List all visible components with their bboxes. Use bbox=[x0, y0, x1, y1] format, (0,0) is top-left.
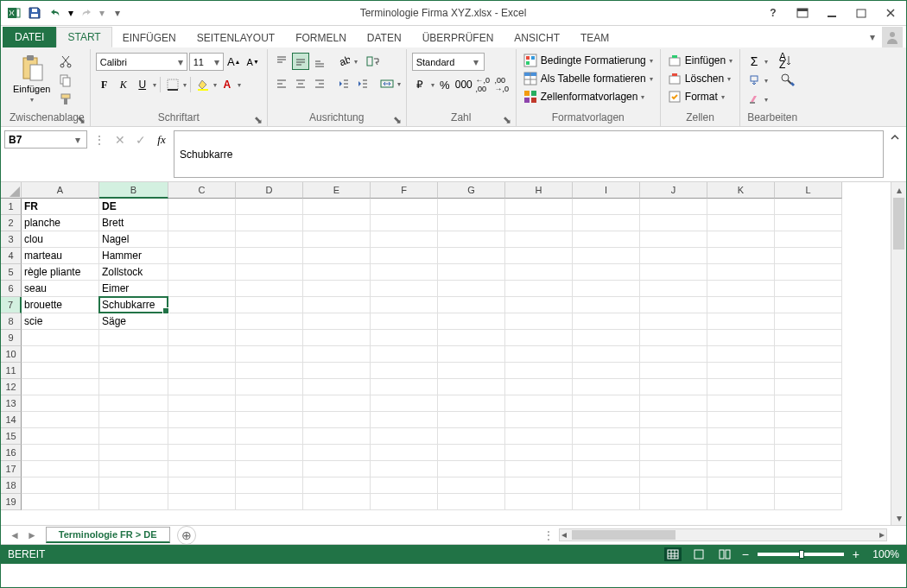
chevron-down-icon[interactable]: ▾ bbox=[764, 96, 768, 104]
cell[interactable] bbox=[438, 248, 505, 264]
align-top-icon[interactable] bbox=[273, 53, 290, 70]
cell[interactable] bbox=[640, 445, 707, 461]
cell[interactable] bbox=[438, 494, 505, 510]
cell[interactable] bbox=[775, 363, 842, 379]
format-as-table-button[interactable]: Als Tabelle formatieren▾ bbox=[522, 71, 655, 86]
column-header[interactable]: I bbox=[573, 182, 640, 199]
tab-datei[interactable]: DATEI bbox=[3, 27, 56, 47]
cell[interactable] bbox=[168, 461, 236, 477]
insert-cells-button[interactable]: Einfügen▾ bbox=[666, 53, 734, 68]
cell[interactable] bbox=[438, 199, 505, 215]
save-icon[interactable] bbox=[25, 3, 44, 22]
row-header[interactable]: 7 bbox=[1, 297, 22, 313]
cell[interactable] bbox=[505, 477, 573, 494]
cell[interactable] bbox=[775, 379, 842, 395]
cell[interactable] bbox=[236, 264, 303, 281]
cell[interactable]: scie bbox=[22, 313, 99, 330]
cell[interactable] bbox=[168, 248, 236, 264]
autosum-icon[interactable]: Σ bbox=[745, 53, 763, 70]
cell[interactable] bbox=[640, 346, 707, 363]
cell[interactable] bbox=[505, 379, 573, 395]
sheet-tab-active[interactable]: Terminologie FR > DE bbox=[46, 527, 170, 543]
cell[interactable] bbox=[775, 395, 842, 412]
tab-start[interactable]: START bbox=[56, 27, 111, 47]
cell[interactable] bbox=[438, 346, 505, 363]
font-name-combo[interactable]: ▾ bbox=[96, 53, 187, 71]
cell[interactable] bbox=[707, 281, 775, 297]
cell[interactable] bbox=[22, 494, 99, 510]
decrease-decimal-icon[interactable]: ,00→,0 bbox=[493, 76, 511, 93]
cell[interactable] bbox=[303, 297, 371, 313]
row-header[interactable]: 10 bbox=[1, 346, 22, 363]
cell[interactable] bbox=[303, 379, 371, 395]
cell[interactable] bbox=[99, 395, 168, 412]
cell[interactable] bbox=[573, 477, 640, 494]
vertical-scrollbar[interactable]: ▴ ▾ bbox=[891, 182, 906, 525]
cell[interactable] bbox=[775, 313, 842, 330]
redo-dropdown-icon[interactable]: ▾ bbox=[98, 7, 106, 19]
enter-formula-icon[interactable]: ✓ bbox=[132, 131, 149, 149]
cell[interactable]: Schubkarre bbox=[99, 297, 168, 313]
cell[interactable] bbox=[707, 297, 775, 313]
cell[interactable] bbox=[640, 281, 707, 297]
italic-icon[interactable]: K bbox=[115, 76, 132, 93]
row-header[interactable]: 8 bbox=[1, 313, 22, 330]
select-all-triangle[interactable] bbox=[1, 182, 22, 199]
cell[interactable] bbox=[640, 199, 707, 215]
cell[interactable] bbox=[22, 379, 99, 395]
cell[interactable] bbox=[371, 477, 438, 494]
column-header[interactable]: B bbox=[99, 182, 168, 199]
row-header[interactable]: 13 bbox=[1, 395, 22, 412]
cell[interactable] bbox=[236, 461, 303, 477]
column-header[interactable]: K bbox=[707, 182, 775, 199]
cell[interactable] bbox=[99, 477, 168, 494]
cell[interactable] bbox=[640, 264, 707, 281]
increase-decimal-icon[interactable]: ←,0,00 bbox=[474, 76, 492, 93]
cell[interactable] bbox=[371, 199, 438, 215]
chevron-down-icon[interactable]: ▾ bbox=[238, 81, 241, 89]
cell[interactable] bbox=[775, 428, 842, 445]
row-header[interactable]: 4 bbox=[1, 248, 22, 264]
cell[interactable] bbox=[22, 330, 99, 346]
tab-seitenlayout[interactable]: SEITENLAYOUT bbox=[187, 28, 285, 47]
cell[interactable] bbox=[640, 313, 707, 330]
cell[interactable] bbox=[505, 330, 573, 346]
zoom-slider[interactable] bbox=[758, 553, 844, 556]
cell-styles-button[interactable]: Zellenformatvorlagen▾ bbox=[522, 89, 647, 104]
cell[interactable] bbox=[236, 199, 303, 215]
cell[interactable] bbox=[371, 281, 438, 297]
column-header[interactable]: E bbox=[303, 182, 371, 199]
tab-formeln[interactable]: FORMELN bbox=[285, 28, 357, 47]
cell[interactable] bbox=[707, 395, 775, 412]
cell[interactable] bbox=[707, 477, 775, 494]
font-color-icon[interactable]: A bbox=[219, 76, 236, 93]
cell[interactable] bbox=[707, 313, 775, 330]
font-launcher-icon[interactable]: ⬊ bbox=[253, 114, 263, 124]
row-header[interactable]: 3 bbox=[1, 231, 22, 248]
cell[interactable] bbox=[775, 461, 842, 477]
cell[interactable] bbox=[236, 297, 303, 313]
fill-color-icon[interactable] bbox=[194, 76, 212, 93]
cell[interactable]: brouette bbox=[22, 297, 99, 313]
column-header[interactable]: F bbox=[371, 182, 438, 199]
row-header[interactable]: 9 bbox=[1, 330, 22, 346]
undo-icon[interactable] bbox=[46, 3, 65, 22]
cell[interactable] bbox=[775, 199, 842, 215]
cell[interactable]: DE bbox=[99, 199, 168, 215]
row-header[interactable]: 19 bbox=[1, 494, 22, 510]
undo-dropdown-icon[interactable]: ▾ bbox=[67, 7, 75, 19]
align-bottom-icon[interactable] bbox=[311, 53, 328, 70]
cell[interactable] bbox=[775, 445, 842, 461]
align-center-icon[interactable] bbox=[292, 75, 309, 92]
cell[interactable] bbox=[438, 477, 505, 494]
cell[interactable] bbox=[505, 248, 573, 264]
cell[interactable] bbox=[505, 281, 573, 297]
cell[interactable] bbox=[371, 330, 438, 346]
cell[interactable] bbox=[371, 215, 438, 231]
cell[interactable] bbox=[168, 297, 236, 313]
cell[interactable]: Zollstock bbox=[99, 264, 168, 281]
ribbon-display-icon[interactable] bbox=[790, 4, 815, 22]
cell[interactable] bbox=[236, 215, 303, 231]
cell[interactable]: planche bbox=[22, 215, 99, 231]
format-painter-icon[interactable] bbox=[57, 91, 74, 108]
